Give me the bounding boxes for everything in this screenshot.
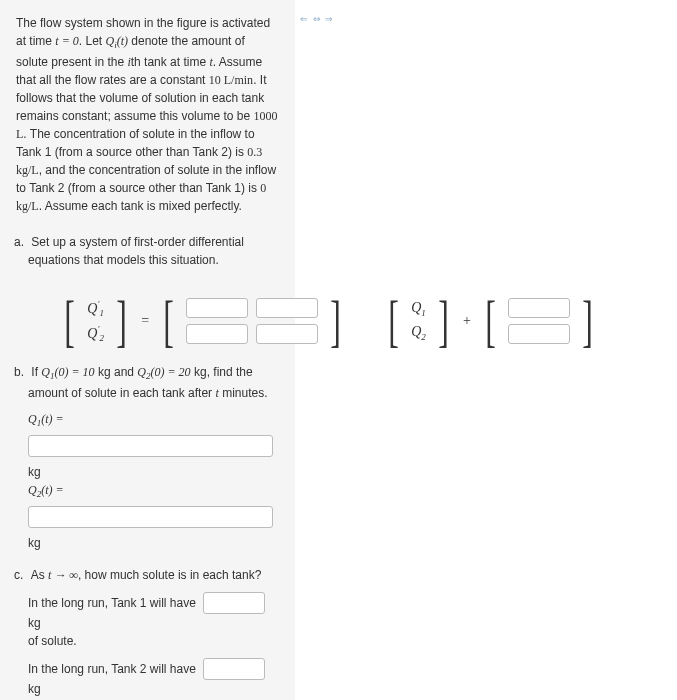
part-b-text: If Q1(0) = 10 kg and Q2(0) = 20 kg, find…	[28, 365, 267, 400]
tank2-input[interactable]	[203, 658, 265, 680]
tank1-line: In the long run, Tank 1 will have kg	[28, 592, 279, 632]
bracket-icon: ]	[116, 296, 127, 346]
part-a-label: a.	[14, 233, 28, 251]
part-b-label: b.	[14, 363, 28, 381]
matrix-a21-input[interactable]	[186, 324, 248, 344]
matrix-a12-input[interactable]	[256, 298, 318, 318]
equals-sign: =	[141, 313, 149, 329]
bracket-icon: [	[64, 296, 75, 346]
tank1-input[interactable]	[203, 592, 265, 614]
plus-sign: +	[463, 313, 471, 329]
bracket-icon: [	[388, 296, 399, 346]
matrix-a11-input[interactable]	[186, 298, 248, 318]
q2-var: Q2	[411, 324, 426, 342]
of-solute: of solute.	[28, 632, 279, 650]
part-b: b. If Q1(0) = 10 kg and Q2(0) = 20 kg, f…	[16, 363, 279, 552]
problem-panel: The flow system shown in the figure is a…	[0, 0, 295, 700]
bracket-icon: [	[485, 296, 496, 346]
problem-statement: The flow system shown in the figure is a…	[16, 14, 279, 215]
matrix-equation: [ Q′1 Q′2 ] = [ ] [ Q1 Q2 ] + [ ]	[60, 296, 665, 346]
q2-prime: Q′2	[87, 324, 104, 343]
bracket-icon: ]	[583, 296, 594, 346]
part-a-text: Set up a system of first-order different…	[28, 235, 244, 267]
bracket-icon: ]	[438, 296, 449, 346]
q1-prime: Q′1	[87, 299, 104, 318]
vector-b1-input[interactable]	[508, 298, 570, 318]
bracket-icon: [	[164, 296, 175, 346]
kg-unit: kg	[28, 463, 279, 481]
q2t-input[interactable]	[28, 506, 273, 528]
part-c: c. As t → ∞, how much solute is in each …	[16, 566, 279, 700]
bracket-icon: ]	[331, 296, 342, 346]
q1t-input[interactable]	[28, 435, 273, 457]
tank2-line: In the long run, Tank 2 will have kg	[28, 658, 279, 698]
drag-handle-icon: ⇐ ⇔ ⇒	[300, 14, 334, 24]
part-c-label: c.	[14, 566, 28, 584]
q1t-label: Q1(t) =	[28, 412, 64, 426]
vector-b2-input[interactable]	[508, 324, 570, 344]
part-c-text: As t → ∞, how much solute is in each tan…	[31, 568, 262, 582]
kg-unit: kg	[28, 534, 279, 552]
matrix-a22-input[interactable]	[256, 324, 318, 344]
q2t-label: Q2(t) =	[28, 483, 64, 497]
q1-var: Q1	[411, 300, 426, 318]
